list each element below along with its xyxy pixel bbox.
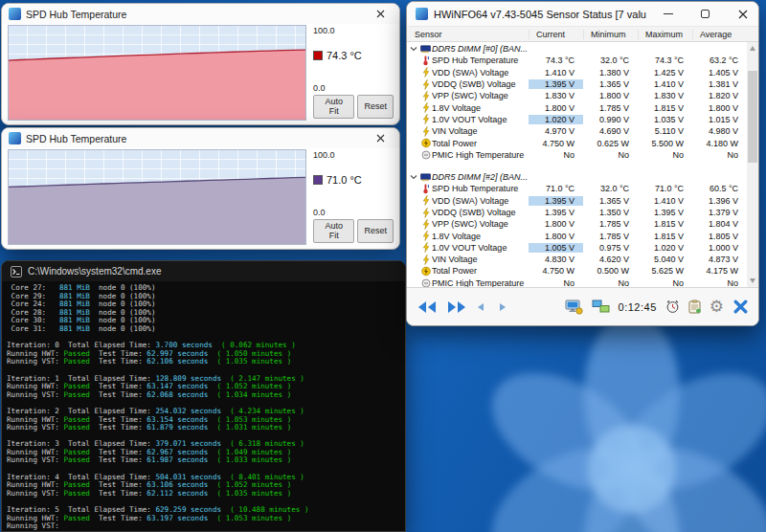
cmd-window: C:\Windows\system32\cmd.exe Core 27: 881…: [1, 260, 406, 532]
sensor-minimum: No: [583, 278, 638, 287]
vertical-scrollbar[interactable]: [747, 42, 758, 287]
nav-forward-button[interactable]: [446, 300, 467, 314]
sensor-average: 1.000 V: [692, 243, 747, 253]
voltage-bolt-icon: [419, 91, 432, 101]
sensor-current: No: [529, 278, 583, 287]
sensor-label: Total Power: [432, 266, 529, 276]
column-sensor[interactable]: Sensor: [407, 30, 529, 39]
sensor-row[interactable]: SPD Hub Temperature74.3 °C32.0 °C74.3 °C…: [407, 55, 747, 66]
sensor-maximum: No: [638, 278, 692, 287]
reset-button[interactable]: Reset: [357, 95, 394, 119]
scroll-up-icon[interactable]: [750, 46, 755, 51]
logging-button[interactable]: [688, 299, 701, 314]
graph1-area-chart: [9, 26, 305, 120]
reset-button[interactable]: Reset: [357, 219, 394, 243]
cmd-segment: 63.197 seconds: [146, 514, 208, 522]
sensor-minimum: 1.785 V: [583, 219, 638, 229]
cmd-title-bar[interactable]: C:\Windows\system32\cmd.exe: [2, 261, 405, 281]
auto-fit-button[interactable]: Auto Fit: [313, 219, 354, 243]
step-back-button[interactable]: [476, 302, 487, 312]
graph2-close-button[interactable]: [368, 128, 393, 148]
graph2-ymin-label: 0.0: [313, 208, 394, 217]
column-minimum[interactable]: Minimum: [583, 30, 638, 39]
sensor-row[interactable]: 1.8V Voltage1.800 V1.785 V1.815 V1.805 V: [407, 230, 747, 241]
minimize-button[interactable]: [652, 2, 684, 26]
sensor-table: DDR5 DIMM [#0] (BAN...SPD Hub Temperatur…: [407, 42, 747, 287]
column-current[interactable]: Current: [529, 30, 583, 39]
graph2-body: 100.0 71.0 °C 0.0 Auto Fit Reset: [2, 148, 399, 249]
maximize-button[interactable]: [689, 2, 721, 26]
column-average[interactable]: Average: [692, 30, 747, 39]
voltage-bolt-icon: [419, 195, 432, 206]
cmd-segment: ( 1.034 minutes ): [216, 390, 291, 399]
sensor-row[interactable]: 1.8V Voltage1.800 V1.785 V1.815 V1.800 V: [407, 101, 747, 113]
sensor-minimum: 1.365 V: [583, 196, 638, 206]
graph2-title-bar[interactable]: SPD Hub Temperature: [2, 128, 399, 148]
sensor-row[interactable]: VIN Voltage4.970 V4.690 V5.110 V4.980 V: [407, 125, 747, 137]
auto-fit-button[interactable]: Auto Fit: [313, 95, 354, 119]
close-button[interactable]: [727, 2, 758, 26]
remote-sensors-button[interactable]: [592, 299, 610, 314]
cmd-segment: Passed: [63, 514, 89, 522]
sensor-label: 1.8V Voltage: [432, 103, 529, 113]
nav-back-button[interactable]: [417, 300, 438, 314]
sensor-row[interactable]: 1.0V VOUT Voltage1.005 V0.975 V1.020 V1.…: [407, 242, 747, 254]
sensor-row[interactable]: VDDQ (SWB) Voltage1.395 V1.365 V1.410 V1…: [407, 78, 747, 90]
sensor-row[interactable]: PMIC High TemperatureNoNoNoNo: [407, 149, 747, 161]
status-circle-icon: [419, 150, 432, 160]
graph2-buttons: Auto Fit Reset: [313, 219, 394, 243]
sensor-group-row[interactable]: DDR5 DIMM [#2] (BAN...: [407, 171, 747, 183]
hwinfo-title-bar[interactable]: HWiNFO64 v7.43-5045 Sensor Status [7 val…: [407, 2, 758, 26]
collapse-chevron-icon[interactable]: [407, 45, 419, 53]
step-forward-button[interactable]: [496, 302, 507, 312]
sensor-average: 1.805 V: [692, 232, 747, 241]
sensor-minimum: 1.350 V: [583, 208, 638, 217]
sensor-current: No: [529, 150, 583, 160]
scroll-down-icon[interactable]: [750, 278, 755, 283]
sensor-row[interactable]: VIN Voltage4.830 V4.620 V5.040 V4.873 V: [407, 254, 747, 265]
scroll-thumb[interactable]: [748, 71, 757, 163]
collapse-chevron-icon[interactable]: [407, 173, 419, 181]
cmd-output[interactable]: Core 27: 881 MiB node 0 (100%) Core 29: …: [2, 281, 405, 532]
sensor-maximum: 5.110 V: [638, 126, 692, 136]
sensor-row[interactable]: Total Power4.750 W0.625 W5.500 W4.180 W: [407, 137, 747, 148]
sensor-group-row[interactable]: DDR5 DIMM [#0] (BAN...: [407, 43, 747, 55]
sensor-row[interactable]: PMIC High TemperatureNoNoNoNo: [407, 277, 747, 287]
sensor-row[interactable]: VDD (SWA) Voltage1.410 V1.380 V1.425 V1.…: [407, 67, 747, 78]
graph2-side-panel: 100.0 71.0 °C 0.0 Auto Fit Reset: [311, 149, 395, 245]
sensor-average: 1.804 V: [692, 219, 747, 229]
small-arrow-right-icon: [496, 302, 507, 312]
sensor-row[interactable]: VPP (SWC) Voltage1.800 V1.785 V1.815 V1.…: [407, 218, 747, 230]
sensor-row[interactable]: VPP (SWC) Voltage1.830 V1.800 V1.830 V1.…: [407, 90, 747, 101]
graph2-ymax-label: 100.0: [313, 150, 394, 160]
desktop-wallpaper: SPD Hub Temperature 100.0 74.3 °C 0.0 Au…: [0, 0, 766, 532]
sensor-row[interactable]: Total Power4.750 W0.500 W5.625 W4.175 W: [407, 265, 747, 277]
sensor-row[interactable]: 1.0V VOUT Voltage1.020 V0.990 V1.035 V1.…: [407, 114, 747, 125]
graph1-title-bar[interactable]: SPD Hub Temperature: [2, 4, 399, 24]
sensor-label: 1.0V VOUT Voltage: [432, 115, 529, 124]
settings-button[interactable]: ⚙: [710, 299, 724, 315]
sensor-settings-button[interactable]: [565, 299, 583, 315]
close-icon: [738, 10, 748, 19]
hwinfo-app-icon: [9, 132, 21, 144]
sensor-current: 4.750 W: [529, 266, 583, 276]
sensor-row[interactable]: VDD (SWA) Voltage1.395 V1.365 V1.410 V1.…: [407, 195, 747, 207]
cmd-line: Running VST: Passed Test Time: 61.987 se…: [7, 456, 400, 465]
graph1-close-button[interactable]: [368, 4, 393, 24]
sensor-maximum: 5.500 W: [638, 139, 692, 148]
cmd-segment: Passed: [63, 455, 89, 464]
maximize-icon: [701, 10, 710, 18]
hwinfo-sensor-window: HWiNFO64 v7.43-5045 Sensor Status [7 val…: [406, 1, 759, 326]
sensor-row[interactable]: SPD Hub Temperature71.0 °C32.0 °C71.0 °C…: [407, 183, 747, 194]
sensor-maximum: 1.395 V: [638, 208, 692, 217]
cmd-line: Running VST: Passed Test Time: 62.112 se…: [7, 490, 400, 499]
sensor-current: 1.005 V: [529, 243, 583, 253]
sensor-maximum: 1.410 V: [638, 79, 692, 89]
exit-button[interactable]: [732, 299, 749, 315]
sensor-average: 4.180 W: [692, 139, 747, 148]
sensor-row[interactable]: VDDQ (SWB) Voltage1.395 V1.350 V1.395 V1…: [407, 207, 747, 218]
alarm-button[interactable]: [665, 299, 680, 314]
column-maximum[interactable]: Maximum: [638, 30, 692, 39]
sensor-label: VPP (SWC) Voltage: [432, 219, 529, 229]
voltage-bolt-icon: [419, 219, 432, 230]
